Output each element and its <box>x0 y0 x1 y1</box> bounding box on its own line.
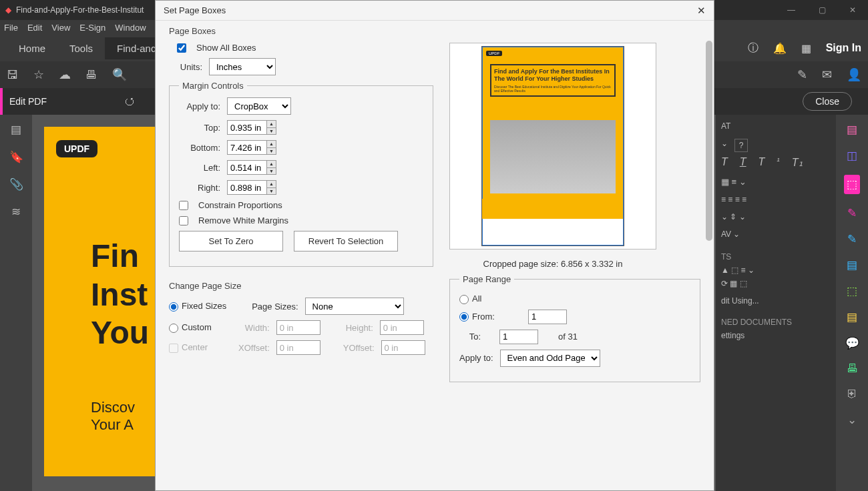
apply-to-select[interactable]: CropBox <box>227 97 291 115</box>
format-panel: AT ⌄? T T T¹ T₁ ▦ ≡ ⌄ ≡ ≡ ≡ ≡ ⌄ ⇕ ⌄ AV ⌄… <box>716 115 836 491</box>
left-rail: ▤ 🔖 📎 ≋ <box>0 115 32 491</box>
edit-pdf-label: Edit PDF <box>0 88 120 115</box>
close-window-button[interactable]: ✕ <box>837 0 868 20</box>
units-label: Units: <box>177 62 202 72</box>
bell-icon[interactable]: 🔔 <box>773 42 787 55</box>
tab-home[interactable]: Home <box>7 37 57 59</box>
maximize-button[interactable]: ▢ <box>807 0 837 20</box>
crop-tool-icon[interactable]: ⬚ <box>844 175 860 194</box>
left-spin-up[interactable]: ▲ <box>266 161 276 168</box>
preview-column: UPDF Find and Apply For the Best Institu… <box>449 43 656 269</box>
bottom-spin-down[interactable]: ▼ <box>266 148 276 155</box>
add-page-icon[interactable]: ▤ <box>847 123 857 137</box>
avatar-icon[interactable]: 👤 <box>847 67 861 82</box>
print-icon[interactable]: 🖶 <box>85 68 97 82</box>
copy-icon[interactable]: ▤ <box>847 310 857 324</box>
apply-to-label: Apply to: <box>179 101 220 111</box>
left-spin-down[interactable]: ▼ <box>266 168 276 175</box>
width-input <box>276 320 320 335</box>
save-icon[interactable]: 🖫 <box>7 68 19 82</box>
center-checkbox: Center <box>169 342 208 353</box>
set-page-boxes-dialog: Set Page Boxes ✕ Page Boxes Show All Box… <box>155 0 714 491</box>
set-to-zero-button[interactable]: Set To Zero <box>179 231 283 252</box>
from-input[interactable] <box>528 310 567 324</box>
bottom-spin-up[interactable]: ▲ <box>266 141 276 148</box>
help-icon[interactable]: ⓘ <box>748 41 758 55</box>
all-radio[interactable]: All <box>459 294 481 304</box>
constrain-checkbox[interactable] <box>179 201 188 210</box>
height-label: Height: <box>346 323 373 333</box>
left-label: Left: <box>179 163 220 173</box>
sign-icon[interactable]: ✎ <box>797 67 807 82</box>
dialog-scrollbar[interactable] <box>706 41 712 241</box>
doc-headline: FinInstYou <box>91 237 149 352</box>
print-icon2[interactable]: 🖶 <box>847 362 858 376</box>
attach-icon[interactable]: 📎 <box>9 177 23 191</box>
margin-controls-fieldset: Margin Controls Apply to: CropBox Top: ▲… <box>169 81 433 267</box>
xoffset-label: XOffset: <box>238 343 270 353</box>
star-icon[interactable]: ☆ <box>33 67 44 82</box>
bookmark-icon[interactable]: 🔖 <box>9 150 23 164</box>
page-range-fieldset: Page Range All From: To: of 31 A <box>449 274 700 382</box>
yoffset-label: YOffset: <box>343 343 375 353</box>
doc-subline: DiscovYour A <box>91 399 135 434</box>
page-range-legend: Page Range <box>459 274 514 284</box>
chevron-down-icon[interactable]: ⌄ <box>847 413 857 427</box>
constrain-label: Constrain Proportions <box>198 200 282 210</box>
revert-button[interactable]: Revert To Selection <box>294 231 398 252</box>
pr-apply-to-label: Apply to: <box>459 353 493 363</box>
right-label: Right: <box>179 183 220 193</box>
right-spin-down[interactable]: ▼ <box>266 188 276 195</box>
page-sizes-select[interactable]: None <box>305 298 404 315</box>
remove-white-checkbox[interactable] <box>179 216 188 225</box>
dialog-close-button[interactable]: ✕ <box>697 5 706 17</box>
right-rail: ▤ ◫ ⬚ ✎ ✎ ▤ ⬚ ▤ 💬 🖶 ⛨ ⌄ <box>836 115 868 491</box>
to-input[interactable] <box>499 330 538 344</box>
edit-icon2[interactable]: ✎ <box>847 232 857 246</box>
top-label: Top: <box>179 123 220 133</box>
units-select[interactable]: Inches <box>209 58 276 75</box>
of-pages-label: of 31 <box>558 332 578 342</box>
top-spin-down[interactable]: ▼ <box>266 128 276 135</box>
top-spin-up[interactable]: ▲ <box>266 121 276 128</box>
minimize-button[interactable]: — <box>776 0 807 20</box>
pr-apply-to-select[interactable]: Even and Odd Pages <box>500 350 600 367</box>
show-all-boxes-checkbox[interactable] <box>177 43 186 53</box>
signature-icon[interactable]: ✎ <box>847 206 857 220</box>
page-boxes-heading: Page Boxes <box>169 26 700 36</box>
from-radio[interactable]: From: <box>459 312 495 322</box>
app-icon: ◆ <box>0 5 16 15</box>
comment-icon[interactable]: 💬 <box>845 336 859 350</box>
shield-icon[interactable]: ⛨ <box>847 388 858 401</box>
dialog-title: Set Page Boxes <box>164 5 226 15</box>
cloud-icon[interactable]: ☁ <box>59 67 71 82</box>
sign-in-button[interactable]: Sign In <box>826 42 861 54</box>
menu-esign[interactable]: E-Sign <box>79 23 105 33</box>
mail-icon[interactable]: ✉ <box>822 67 832 82</box>
menu-view[interactable]: View <box>51 23 70 33</box>
menu-window[interactable]: Window <box>115 23 146 33</box>
close-button[interactable]: Close <box>803 92 852 111</box>
grid-icon[interactable]: ▦ <box>801 42 811 55</box>
layers-icon[interactable]: ≋ <box>11 205 21 219</box>
fixed-sizes-radio[interactable]: Fixed Sizes <box>169 301 226 312</box>
pages-icon[interactable]: ▤ <box>11 123 21 137</box>
cropped-size-label: Cropped page size: 6.856 x 3.332 in <box>449 259 656 269</box>
menu-edit[interactable]: Edit <box>27 23 42 33</box>
organize-icon[interactable]: ⬚ <box>847 284 857 298</box>
convert-icon[interactable]: ◫ <box>847 149 857 163</box>
export-icon[interactable]: ▤ <box>847 258 857 272</box>
tab-tools[interactable]: Tools <box>57 37 105 59</box>
show-all-boxes-label: Show All Boxes <box>196 43 256 53</box>
custom-radio[interactable]: Custom <box>169 322 212 333</box>
page-sizes-label: Page Sizes: <box>252 302 298 312</box>
change-page-size-heading: Change Page Size <box>169 281 433 291</box>
right-spin-up[interactable]: ▲ <box>266 181 276 188</box>
menu-file[interactable]: File <box>4 23 18 33</box>
height-input <box>380 320 424 335</box>
edit-icon[interactable]: ⭯ <box>124 95 135 107</box>
bottom-label: Bottom: <box>179 143 220 153</box>
margin-controls-legend: Margin Controls <box>179 81 247 91</box>
doc-logo: UPDF <box>56 140 97 157</box>
search-icon[interactable]: 🔍 <box>112 67 127 82</box>
